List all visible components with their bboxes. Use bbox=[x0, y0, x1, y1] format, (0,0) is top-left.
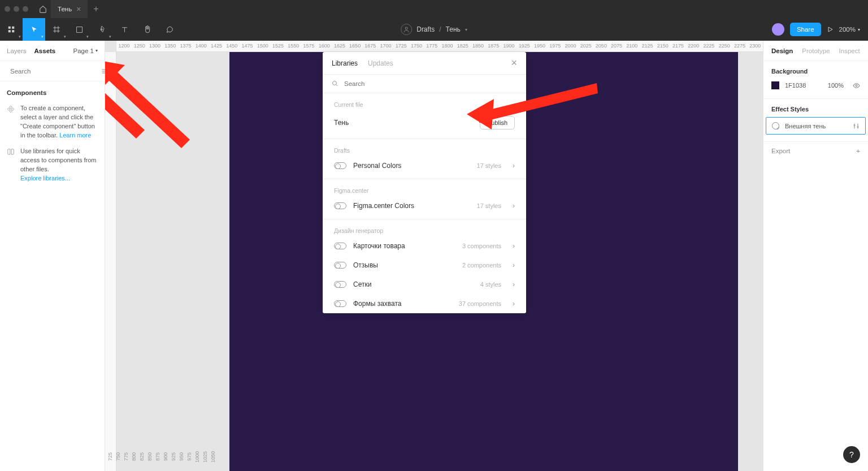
owner-avatar-icon[interactable] bbox=[401, 24, 412, 35]
hand-tool[interactable] bbox=[136, 18, 158, 41]
library-row[interactable]: Figma.center Colors17 styles› bbox=[323, 196, 526, 215]
modal-tab-updates[interactable]: Updates bbox=[368, 59, 393, 67]
pen-tool[interactable]: ▾ bbox=[90, 18, 113, 41]
tab-layers[interactable]: Layers bbox=[7, 47, 27, 54]
library-row[interactable]: Отзывы2 components› bbox=[323, 256, 526, 275]
library-meta: 17 styles bbox=[477, 162, 501, 169]
new-tab-button[interactable]: + bbox=[88, 4, 104, 14]
library-row[interactable]: Карточки товара3 components› bbox=[323, 236, 526, 256]
tab-design[interactable]: Design bbox=[771, 47, 793, 54]
library-toggle[interactable] bbox=[334, 300, 346, 307]
components-heading: Components bbox=[0, 81, 105, 101]
effect-style-name: Внешняя тень bbox=[785, 123, 826, 129]
chevron-right-icon: › bbox=[513, 280, 515, 288]
modal-tab-libraries[interactable]: Libraries bbox=[332, 59, 358, 67]
color-swatch[interactable] bbox=[771, 81, 779, 89]
visibility-toggle-icon[interactable] bbox=[853, 82, 860, 89]
export-section[interactable]: Export + bbox=[763, 142, 868, 160]
minimize-window-dot[interactable] bbox=[14, 6, 19, 12]
svg-rect-1 bbox=[12, 27, 14, 29]
component-icon bbox=[7, 105, 15, 113]
color-opacity: 100% bbox=[828, 82, 844, 89]
library-row[interactable]: Формы захвата37 components› bbox=[323, 294, 526, 313]
annotation-arrow bbox=[105, 61, 246, 185]
libraries-search-input[interactable] bbox=[344, 80, 517, 87]
svg-marker-13 bbox=[828, 27, 832, 32]
library-name: Personal Colors bbox=[353, 162, 470, 170]
vertical-ruler: 7257507758008258508759009259509751000102… bbox=[105, 52, 116, 471]
library-toggle[interactable] bbox=[334, 243, 346, 249]
home-icon[interactable] bbox=[35, 1, 51, 17]
user-avatar[interactable] bbox=[772, 23, 784, 36]
svg-point-9 bbox=[101, 29, 102, 30]
library-name: Отзывы bbox=[353, 261, 455, 269]
library-section-label: Figma.center bbox=[323, 179, 526, 196]
tab-bar: Тень × + bbox=[0, 0, 868, 18]
crumb-folder[interactable]: Drafts bbox=[416, 25, 435, 33]
libraries-modal: Libraries Updates × Current file Тень Pu… bbox=[323, 52, 526, 313]
frame-tool[interactable]: ▾ bbox=[45, 18, 68, 41]
chevron-right-icon: › bbox=[513, 300, 515, 308]
annotation-arrow bbox=[105, 51, 201, 175]
file-tab-label: Тень bbox=[58, 6, 72, 12]
canvas[interactable]: 1200125013001350137514001425145014751500… bbox=[105, 41, 763, 471]
add-export-icon[interactable]: + bbox=[856, 148, 860, 154]
library-toggle[interactable] bbox=[334, 262, 346, 269]
effect-style-row[interactable]: Внешняя тень bbox=[766, 117, 866, 135]
library-toggle[interactable] bbox=[334, 202, 346, 209]
close-tab-icon[interactable]: × bbox=[76, 5, 81, 14]
library-toggle[interactable] bbox=[334, 162, 346, 169]
assets-search-input[interactable] bbox=[10, 68, 93, 75]
share-button[interactable]: Share bbox=[790, 23, 821, 36]
explore-libraries-link[interactable]: Explore libraries... bbox=[20, 175, 70, 182]
library-name: Сетки bbox=[353, 280, 474, 288]
tab-prototype[interactable]: Prototype bbox=[802, 47, 830, 54]
library-section-label: Дизайн генератор bbox=[323, 219, 526, 236]
library-meta: 17 styles bbox=[477, 202, 501, 209]
library-row[interactable]: Personal Colors17 styles› bbox=[323, 156, 526, 175]
library-toggle[interactable] bbox=[334, 281, 346, 288]
tab-inspect[interactable]: Inspect bbox=[839, 47, 860, 54]
maximize-window-dot[interactable] bbox=[23, 6, 28, 12]
background-color-row[interactable]: 1F1038 100% bbox=[763, 79, 868, 92]
svg-point-19 bbox=[333, 81, 337, 85]
chevron-right-icon: › bbox=[513, 261, 515, 269]
svg-point-27 bbox=[856, 84, 857, 86]
library-meta: 4 styles bbox=[480, 281, 501, 288]
current-file-row: Тень Publish bbox=[323, 110, 526, 135]
library-meta: 37 components bbox=[459, 300, 501, 307]
menu-tool[interactable]: ▾ bbox=[0, 18, 23, 41]
help-button[interactable]: ? bbox=[843, 446, 860, 463]
effect-styles-heading: Effect Styles bbox=[763, 106, 868, 117]
chevron-right-icon: › bbox=[513, 162, 515, 170]
chevron-down-icon[interactable]: ▾ bbox=[465, 27, 467, 32]
modal-close-button[interactable]: × bbox=[511, 57, 517, 69]
svg-point-12 bbox=[405, 27, 407, 29]
components-hint: To create a component, select a layer an… bbox=[0, 101, 105, 144]
move-tool[interactable]: ▾ bbox=[23, 18, 45, 41]
zoom-level[interactable]: 200%▾ bbox=[839, 26, 860, 33]
style-settings-icon[interactable] bbox=[853, 123, 860, 129]
chevron-right-icon: › bbox=[513, 202, 515, 210]
text-tool[interactable] bbox=[113, 18, 136, 41]
close-window-dot[interactable] bbox=[5, 6, 10, 12]
tab-assets[interactable]: Assets bbox=[34, 47, 56, 54]
publish-button[interactable]: Publish bbox=[480, 116, 515, 129]
color-hex: 1F1038 bbox=[785, 82, 806, 89]
library-name: Карточки товара bbox=[353, 242, 455, 250]
svg-marker-23 bbox=[105, 61, 190, 148]
file-tab[interactable]: Тень × bbox=[51, 0, 88, 18]
breadcrumb: Drafts / Тень ▾ bbox=[401, 24, 467, 35]
library-meta: 2 components bbox=[462, 262, 501, 269]
library-name: Формы захвата bbox=[353, 300, 452, 308]
toolbar: ▾ ▾ ▾ ▾ ▾ Drafts / Тень ▾ Share 200%▾ bbox=[0, 18, 868, 41]
crumb-file[interactable]: Тень bbox=[446, 25, 461, 33]
present-button[interactable] bbox=[827, 26, 834, 33]
search-icon bbox=[332, 80, 338, 87]
comment-tool[interactable] bbox=[158, 18, 181, 41]
page-selector[interactable]: Page 1▾ bbox=[73, 47, 98, 54]
library-meta: 3 components bbox=[462, 243, 501, 249]
library-row[interactable]: Сетки4 styles› bbox=[323, 275, 526, 294]
learn-more-link[interactable]: Learn more bbox=[59, 132, 91, 139]
shape-tool[interactable]: ▾ bbox=[68, 18, 90, 41]
